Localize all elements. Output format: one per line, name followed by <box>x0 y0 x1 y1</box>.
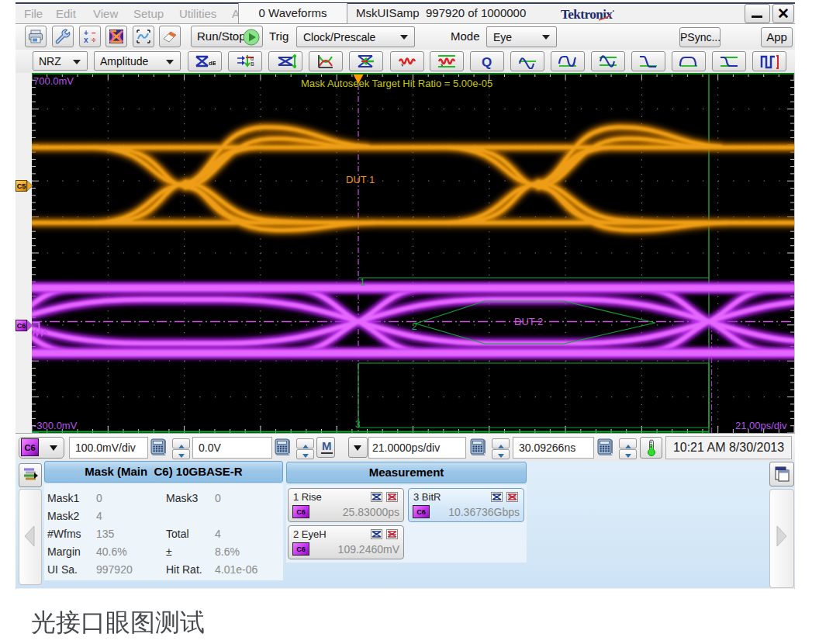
svg-text:DUT 1: DUT 1 <box>346 174 375 185</box>
svg-text:-300.0mV: -300.0mV <box>33 420 78 431</box>
svg-text:700.0mV: 700.0mV <box>33 75 74 87</box>
svg-text:÷: ÷ <box>92 36 96 44</box>
svg-text:d: d <box>251 56 254 61</box>
svg-text:dB: dB <box>209 60 216 67</box>
svg-text:3: 3 <box>355 419 361 430</box>
svg-text:DUT 2: DUT 2 <box>514 316 543 327</box>
svg-text:2: 2 <box>412 321 417 332</box>
svg-text:21.00ps/div: 21.00ps/div <box>735 420 787 431</box>
svg-text:1: 1 <box>360 277 365 288</box>
svg-text:B: B <box>251 61 254 67</box>
svg-text:x: x <box>84 36 88 44</box>
svg-text:Q: Q <box>482 55 492 69</box>
svg-text:Mask Autoseek Target Hit Ratio: Mask Autoseek Target Hit Ratio = 5.00e-0… <box>301 78 492 89</box>
